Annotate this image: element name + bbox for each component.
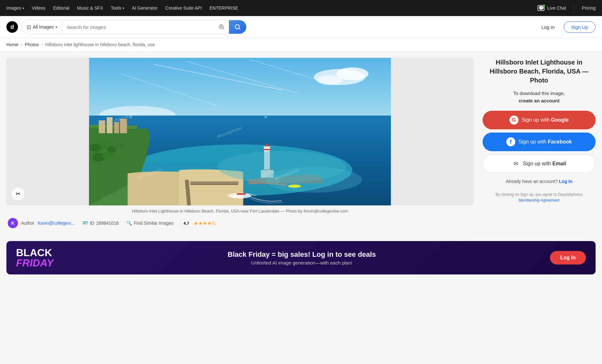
chevron-down-icon: ▾	[56, 25, 57, 29]
signup-google-button[interactable]: G Sign up with Google	[483, 111, 596, 129]
signup-facebook-button[interactable]: f Sign up with Facebook	[483, 133, 596, 151]
svg-point-45	[265, 116, 267, 118]
nav-tools[interactable]: Tools ▾	[111, 5, 124, 11]
nav-enterprise[interactable]: ENTERPRISE	[209, 5, 238, 11]
svg-point-44	[130, 116, 132, 118]
photo-title: Hillsboro Inlet Lighthouse in Hillsboro …	[483, 58, 596, 85]
svg-point-0	[219, 25, 223, 29]
nav-ai-generator[interactable]: AI Generator	[132, 5, 158, 11]
breadcrumb-current: Hillsboro inlet lighthouse in hillsboro …	[45, 42, 155, 47]
search-input[interactable]	[62, 24, 214, 30]
id-icon: 🪪	[83, 221, 88, 226]
author-info: K Author Kevin@collegevi...	[8, 218, 75, 228]
already-account-text: Already have an account? Log In	[483, 179, 596, 184]
svg-point-36	[266, 167, 362, 193]
bf-content: Black Friday = big sales! Log in to see …	[60, 250, 544, 265]
breadcrumb-separator: ›	[41, 42, 43, 47]
facebook-icon: f	[506, 137, 515, 146]
svg-point-3	[235, 25, 240, 29]
image-caption: Hillsboro Inlet Lighthouse in Hillsboro …	[6, 209, 474, 213]
breadcrumb-photos[interactable]: Photos	[25, 42, 39, 47]
signup-panel: Hillsboro Inlet Lighthouse in Hillsboro …	[474, 58, 596, 228]
svg-rect-28	[191, 184, 238, 185]
svg-point-1	[220, 26, 222, 28]
star-rating: ★★★★½	[194, 220, 216, 226]
svg-point-23	[115, 143, 125, 151]
rating-block: 4.7 ★★★★½	[181, 220, 215, 227]
search-button[interactable]	[229, 20, 246, 34]
bf-black-text: BLACK	[16, 247, 54, 258]
svg-point-12	[317, 75, 343, 85]
breadcrumb-separator: ›	[21, 42, 22, 47]
svg-rect-18	[114, 122, 119, 133]
bf-login-button[interactable]: Log In	[550, 251, 586, 264]
main-photo: depositphotos depositphotos depositphoto…	[6, 58, 474, 205]
chevron-down-icon: ▾	[22, 6, 24, 10]
image-type-icon: ⊡	[27, 24, 31, 30]
black-friday-logo: BLACK FRIDAY	[16, 247, 54, 268]
download-subtitle: To download this image, create an accoun…	[483, 90, 596, 104]
search-icon: 🔍	[127, 221, 132, 226]
svg-rect-16	[99, 120, 105, 133]
reverse-image-search-button[interactable]	[214, 23, 229, 30]
author-link[interactable]: Kevin@collegevi...	[38, 221, 74, 226]
svg-rect-19	[120, 119, 127, 133]
google-icon: G	[510, 116, 519, 125]
signup-button[interactable]: Sign Up	[564, 22, 596, 33]
login-button[interactable]: Log In	[536, 22, 560, 32]
login-link[interactable]: Log In	[559, 179, 572, 184]
svg-point-39	[288, 185, 301, 188]
author-label: Author	[21, 221, 34, 226]
svg-rect-17	[107, 117, 113, 133]
author-avatar: K	[8, 218, 18, 228]
nav-music-sfx[interactable]: Music & SFX	[77, 5, 103, 11]
bf-subtitle: Unlimited AI image generation—with each …	[60, 260, 544, 265]
rating-badge: 4.7	[181, 220, 191, 227]
chat-icon: 💬	[537, 5, 545, 11]
site-logo[interactable]: d	[6, 21, 18, 33]
crop-button[interactable]: ✂	[12, 187, 24, 200]
nav-images[interactable]: Images ▾	[6, 5, 24, 11]
chevron-down-icon: ▾	[123, 6, 124, 10]
image-meta: K Author Kevin@collegevi... 🪪 ID 2898410…	[6, 218, 474, 228]
image-panel: depositphotos depositphotos depositphoto…	[6, 58, 474, 228]
svg-line-4	[239, 28, 240, 30]
svg-point-25	[103, 152, 114, 160]
nav-divider	[574, 5, 574, 11]
breadcrumb-home[interactable]: Home	[6, 42, 18, 47]
online-indicator	[543, 4, 545, 7]
image-id: 🪪 ID 289841016	[83, 221, 119, 226]
search-type-dropdown[interactable]: ⊡ All Images ▾	[22, 20, 62, 34]
black-friday-banner: BLACK FRIDAY Black Friday = big sales! L…	[6, 241, 596, 274]
search-wrapper: ⊡ All Images ▾	[22, 20, 247, 34]
live-chat-button[interactable]: 💬 Live Chat	[537, 5, 566, 11]
find-similar-button[interactable]: 🔍 Find Similar Images	[127, 221, 174, 226]
signup-email-button[interactable]: ✉ Sign up with Email	[483, 154, 596, 173]
svg-point-21	[99, 141, 109, 148]
svg-rect-31	[264, 146, 270, 149]
membership-agreement-link[interactable]: Membership Agreement	[519, 198, 559, 203]
breadcrumb: Home › Photos › Hillsboro inlet lighthou…	[0, 38, 602, 51]
svg-line-2	[223, 28, 224, 30]
main-content: depositphotos depositphotos depositphoto…	[0, 51, 602, 235]
nav-creative-suite[interactable]: Creative Suite API	[165, 5, 202, 11]
nav-pricing[interactable]: Pricing	[582, 5, 596, 11]
image-container: depositphotos depositphotos depositphoto…	[6, 58, 474, 205]
search-bar: d ⊡ All Images ▾ Log In Sign Up	[0, 16, 602, 38]
svg-rect-27	[190, 181, 239, 184]
top-navigation: Images ▾ Videos Editorial Music & SFX To…	[0, 0, 602, 16]
bf-title: Black Friday = big sales! Log in to see …	[60, 250, 544, 259]
nav-videos[interactable]: Videos	[32, 5, 46, 11]
bf-friday-text: FRIDAY	[16, 258, 54, 268]
terms-text: By clicking on Sign up, you agree to Dep…	[483, 192, 596, 203]
nav-editorial[interactable]: Editorial	[53, 5, 69, 11]
email-icon: ✉	[512, 160, 520, 168]
svg-rect-38	[237, 193, 246, 195]
